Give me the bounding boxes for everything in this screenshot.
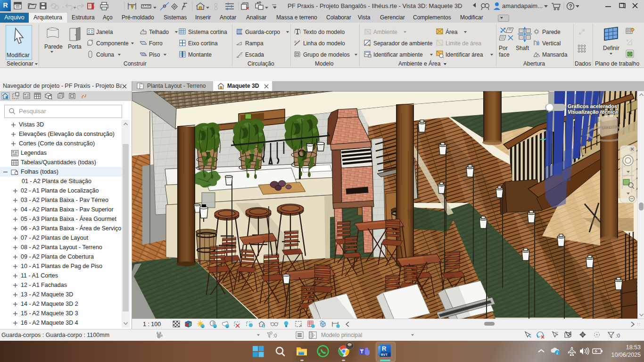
svg-text:amandapaim...: amandapaim... (502, 2, 543, 9)
svg-text:Gráficos acelerados: Gráficos acelerados (568, 103, 617, 109)
svg-text:?: ? (569, 3, 572, 10)
svg-text::0: :0 (273, 333, 277, 338)
svg-text:i: i (294, 40, 295, 43)
svg-text::0: :0 (616, 333, 620, 338)
svg-text:Visualização técnica: Visualização técnica (568, 109, 618, 115)
